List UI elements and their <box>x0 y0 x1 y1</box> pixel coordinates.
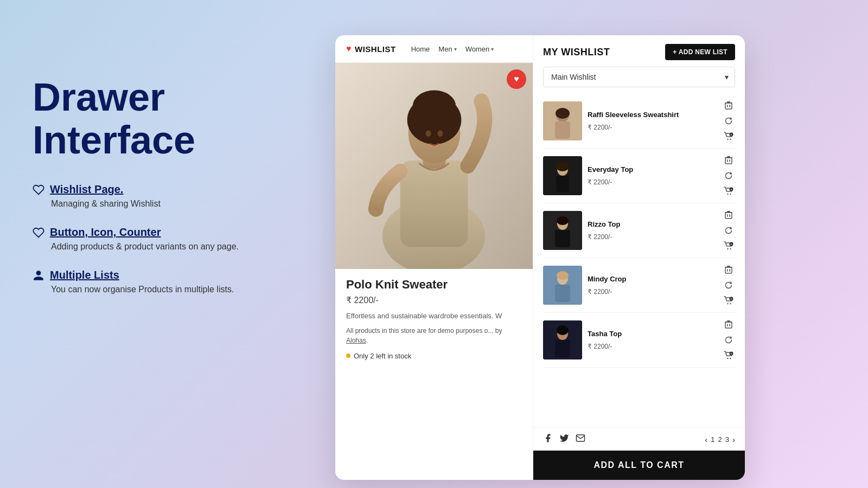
wishlist-select[interactable]: Main Wishlist <box>543 67 735 87</box>
heart-outline-icon-2 <box>33 227 44 239</box>
svg-rect-15 <box>730 105 731 107</box>
add-new-list-button[interactable]: + ADD NEW LIST <box>665 44 735 60</box>
thumb-person-3 <box>543 211 582 250</box>
delete-button-5[interactable] <box>722 318 735 331</box>
list-item: Rizzo Top ₹ 2200/- <box>543 203 735 258</box>
delete-button-4[interactable] <box>722 264 735 277</box>
add-to-cart-button-1[interactable]: + <box>722 130 735 143</box>
svg-point-7 <box>426 130 431 137</box>
item-actions-4: + <box>722 264 735 307</box>
delete-button-1[interactable] <box>722 99 735 112</box>
svg-rect-63 <box>555 340 570 357</box>
svg-rect-28 <box>730 159 731 162</box>
refresh-button-2[interactable] <box>722 169 735 182</box>
svg-point-38 <box>557 216 569 225</box>
thumb-svg-2 <box>543 156 582 195</box>
left-section: Drawer Interface Wishlist Page. Managing… <box>33 76 304 312</box>
wishlist-page-link[interactable]: Wishlist Page. <box>50 183 123 196</box>
item-actions-3: + <box>722 209 735 252</box>
nav-women-chevron: ▾ <box>491 46 494 52</box>
list-item: Tasha Top ₹ 2200/- <box>543 313 735 368</box>
svg-rect-50 <box>555 285 570 302</box>
svg-rect-67 <box>730 324 731 326</box>
svg-rect-55 <box>725 267 732 268</box>
trash-icon-3 <box>725 211 732 220</box>
add-to-cart-button-2[interactable]: + <box>722 184 735 197</box>
add-to-cart-button-3[interactable]: + <box>722 239 735 252</box>
svg-rect-54 <box>730 269 731 272</box>
page-1[interactable]: 1 <box>711 435 714 444</box>
button-icon-counter-link[interactable]: Button, Icon, Counter <box>50 226 161 239</box>
thumb-svg-3 <box>543 211 582 250</box>
svg-rect-43 <box>727 211 730 212</box>
refresh-icon-1 <box>724 117 733 125</box>
svg-point-45 <box>730 248 731 249</box>
nav-women[interactable]: Women ▾ <box>465 45 494 53</box>
email-icon[interactable] <box>576 433 585 445</box>
thumb-person-1 <box>543 101 582 140</box>
svg-point-57 <box>727 303 728 304</box>
add-to-cart-button-5[interactable]: + <box>722 349 735 362</box>
svg-point-71 <box>730 358 731 359</box>
cart-icon-1: + <box>724 132 733 140</box>
feature-desc-2: Adding products & product variants on an… <box>33 242 304 252</box>
delete-button-3[interactable] <box>722 209 735 222</box>
delete-button-2[interactable] <box>722 154 735 167</box>
svg-rect-27 <box>727 159 728 162</box>
feature-heading-3: Multiple Lists <box>33 269 304 281</box>
thumb-person-5 <box>543 320 582 359</box>
product-description: Effortless and sustainable wardrobe esse… <box>346 311 522 322</box>
svg-rect-52 <box>725 267 732 273</box>
svg-point-32 <box>730 194 731 195</box>
item-details-5: Tasha Top ₹ 2200/- <box>588 330 717 351</box>
refresh-icon-5 <box>724 336 733 344</box>
refresh-button-3[interactable] <box>722 224 735 237</box>
item-thumbnail-1 <box>543 101 582 140</box>
drawer-title: MY WISHLIST <box>543 47 610 58</box>
facebook-icon[interactable] <box>543 433 553 445</box>
item-price-2: ₹ 2200/- <box>588 178 717 186</box>
wishlist-drawer: MY WISHLIST + ADD NEW LIST Main Wishlist… <box>533 35 745 480</box>
nav-men-label: Men <box>438 45 452 53</box>
cart-icon-2: + <box>724 187 733 195</box>
pagination-prev[interactable]: ‹ <box>705 435 707 444</box>
nav-heart-icon: ♥ <box>346 44 352 54</box>
page-3[interactable]: 3 <box>725 435 729 444</box>
svg-rect-39 <box>725 213 732 219</box>
twitter-icon[interactable] <box>559 433 569 445</box>
multiple-lists-link[interactable]: Multiple Lists <box>50 269 119 281</box>
svg-point-64 <box>557 325 569 335</box>
add-all-to-cart-button[interactable]: ADD ALL TO CART <box>533 451 745 480</box>
product-info: Polo Knit Sweater ₹ 2200/- Effortless an… <box>335 269 533 480</box>
person-icon <box>33 269 44 281</box>
page-2[interactable]: 2 <box>718 435 722 444</box>
svg-point-25 <box>556 162 569 171</box>
item-actions-2: + <box>722 154 735 197</box>
refresh-button-1[interactable] <box>722 114 735 127</box>
svg-rect-16 <box>725 102 732 104</box>
product-image <box>335 63 533 269</box>
twitter-svg <box>559 433 569 443</box>
refresh-button-4[interactable] <box>722 279 735 292</box>
nav-home[interactable]: Home <box>411 45 430 53</box>
cart-icon-4: + <box>724 296 733 305</box>
product-price: ₹ 2200/- <box>346 295 522 305</box>
wishlist-heart-button[interactable]: ♥ <box>507 69 526 89</box>
thumb-person-2 <box>543 156 582 195</box>
item-details-3: Rizzo Top ₹ 2200/- <box>588 220 717 241</box>
pagination-next[interactable]: › <box>732 435 735 444</box>
svg-point-70 <box>727 358 728 359</box>
svg-text:+: + <box>731 188 732 191</box>
svg-rect-30 <box>727 156 730 157</box>
refresh-button-5[interactable] <box>722 333 735 346</box>
cart-icon-5: + <box>724 351 733 359</box>
email-svg <box>576 433 585 443</box>
trash-icon-5 <box>725 320 732 329</box>
svg-point-8 <box>437 130 443 137</box>
main-title: Drawer Interface <box>33 76 304 162</box>
feature-desc-3: You can now organise Products in multipl… <box>33 285 304 294</box>
drawer-footer-top: ‹ 1 2 3 › <box>533 427 745 451</box>
alohas-link[interactable]: Alohas <box>346 337 366 344</box>
nav-men[interactable]: Men ▾ <box>438 45 456 53</box>
add-to-cart-button-4[interactable]: + <box>722 294 735 307</box>
